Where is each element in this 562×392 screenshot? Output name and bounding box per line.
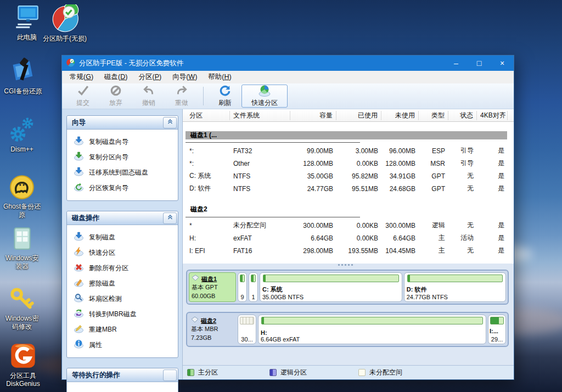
- toolbar-button-7[interactable]: 快速分区: [241, 85, 288, 108]
- table-cell: 是: [477, 184, 508, 193]
- menu-item-2[interactable]: 磁盘(D): [99, 71, 133, 83]
- table-row[interactable]: *:FAT3299.00MB3.00MB96.00MBESP引导是: [183, 144, 514, 157]
- table-cell: 95.82MB: [336, 172, 381, 180]
- column-header-1[interactable]: 分区: [186, 111, 230, 120]
- sidebar-item-label: 迁移系统到固态磁盘: [89, 168, 148, 177]
- sidebar-item[interactable]: 复制磁盘: [67, 229, 178, 245]
- toolbar-button-4: 重做: [165, 85, 198, 108]
- minimize-button[interactable]: –: [445, 55, 468, 71]
- table-cell: 0.00KB: [336, 160, 381, 167]
- column-header-5[interactable]: 未使用: [381, 111, 419, 120]
- table-cell: 逻辑: [419, 221, 448, 230]
- partition-block[interactable]: I:...29...: [488, 315, 506, 344]
- table-cell: 6.64GB: [290, 234, 336, 242]
- sidebar-item[interactable]: 快速分区: [67, 245, 178, 260]
- splitter[interactable]: [183, 264, 514, 266]
- partition-size: 24.77GB NTFS: [407, 294, 503, 300]
- partition-usage-bar: [263, 275, 399, 282]
- desktop: 此电脑分区助手(无损)CGI备份还原Dism++Ghost备份还原Windows…: [0, 0, 562, 392]
- table-row[interactable]: I: EFIFAT16298.00MB193.55MB104.45MB主无是: [183, 244, 514, 257]
- table-cell: 是: [477, 221, 508, 230]
- partition-block[interactable]: D: 软件24.77GB NTFS: [404, 272, 506, 302]
- column-header-4[interactable]: 已使用: [336, 111, 381, 120]
- sidebar-item[interactable]: 擦除磁盘: [67, 276, 178, 291]
- copy-disk-wizard-icon: [74, 136, 83, 147]
- disk-name: 磁盘2: [201, 317, 216, 325]
- close-button[interactable]: ×: [491, 55, 514, 71]
- desktop-icon-dism[interactable]: Dism++: [4, 116, 40, 154]
- table-cell: H:: [186, 234, 230, 242]
- menu-item-4[interactable]: 向导(W): [167, 71, 203, 83]
- disk-label[interactable]: 磁盘1基本 GPT60.00GB: [189, 272, 236, 302]
- table-row[interactable]: D: 软件NTFS24.77GB95.51MB24.68GBGPT无是: [183, 182, 514, 195]
- collapse-button[interactable]: [163, 369, 177, 381]
- titlebar[interactable]: 分区助手PE版 - 无损分区免费软件 – □ ×: [62, 55, 514, 71]
- disk-label[interactable]: 磁盘2基本 MBR7.23GB: [189, 315, 236, 344]
- partition-block[interactable]: 1: [249, 272, 258, 302]
- collapse-button[interactable]: [163, 212, 177, 224]
- sidebar-panel-header: 等待执行的操作: [67, 368, 178, 382]
- table-row[interactable]: *未分配空间300.00MB0.00KB300.00MB逻辑无是: [183, 219, 514, 232]
- disk-group-header[interactable]: 磁盘1 (...: [186, 131, 507, 139]
- partition-block[interactable]: 30...: [238, 315, 256, 344]
- sidebar-item[interactable]: 复制分区向导: [67, 149, 178, 165]
- desktop-icon-partition-assistant[interactable]: 分区助手(无损): [42, 4, 88, 43]
- column-header-3[interactable]: 容量: [290, 111, 336, 120]
- column-header-7[interactable]: 状态: [448, 111, 477, 120]
- sidebar-item-label: 复制磁盘向导: [89, 137, 128, 147]
- menubar: 常规(G)磁盘(D)分区(P)向导(W)帮助(H): [62, 71, 514, 83]
- sidebar-item[interactable]: 转换到MBR磁盘: [67, 306, 178, 322]
- desktop-icon-label: 分区助手(无损): [43, 35, 87, 43]
- partition-usage-bar: [490, 317, 504, 324]
- table-row[interactable]: C: 系统NTFS35.00GB95.82MB34.91GBGPT无是: [183, 170, 514, 182]
- desktop-icon-ghost-backup[interactable]: Ghost备份还原: [3, 173, 41, 219]
- table-cell: GPT: [419, 172, 448, 180]
- partition-name: H:: [261, 329, 484, 336]
- partition-size: 9: [239, 294, 245, 300]
- sidebar-item[interactable]: 属性: [67, 337, 178, 352]
- menu-item-1[interactable]: 常规(G): [64, 71, 99, 83]
- sidebar-item[interactable]: 删除所有分区: [67, 260, 178, 276]
- table-cell: 298.00MB: [290, 247, 336, 255]
- maximize-button[interactable]: □: [468, 55, 491, 71]
- table-cell: *: [186, 222, 230, 229]
- sidebar-item[interactable]: 坏扇区检测: [67, 291, 178, 306]
- disk-group-header[interactable]: 磁盘2: [183, 204, 514, 214]
- menu-item-5[interactable]: 帮助(H): [203, 71, 237, 83]
- desktop-icon-cgi-backup[interactable]: CGI备份还原: [1, 57, 45, 96]
- table-cell: 是: [477, 233, 508, 243]
- column-header-6[interactable]: 类型: [419, 111, 448, 120]
- table-cell: 无: [448, 246, 477, 255]
- column-header-8[interactable]: 4KB对齐: [477, 111, 508, 120]
- column-header-2[interactable]: 文件系统: [230, 111, 290, 120]
- computer-icon: [13, 4, 41, 33]
- sidebar-item[interactable]: 分区恢复向导: [67, 180, 178, 195]
- menu-item-3[interactable]: 分区(P): [133, 71, 167, 83]
- collapse-button[interactable]: [163, 117, 177, 128]
- table-cell: 6.64GB: [381, 234, 419, 242]
- disk-icon: [192, 275, 199, 283]
- table-cell: 无: [448, 221, 477, 230]
- toolbar-button-6[interactable]: 刷新: [209, 85, 241, 108]
- partition-block[interactable]: C: 系统35.00GB NTFS: [260, 272, 402, 302]
- desktop-icon-windows-password[interactable]: Windows密码修改: [3, 285, 41, 331]
- bad-sector-test-icon: [74, 293, 83, 304]
- table-cell: 主: [419, 233, 448, 243]
- sidebar-item[interactable]: 复制磁盘向导: [67, 134, 178, 149]
- table-cell: 300.00MB: [290, 222, 336, 229]
- sidebar-panel-title: 向导: [72, 118, 86, 127]
- table-row[interactable]: H:exFAT6.64GB0.00KB6.64GB主活动是: [183, 232, 514, 244]
- desktop-icon-windows-installer[interactable]: Windows安装器: [3, 225, 41, 271]
- partition-block[interactable]: 9: [238, 272, 247, 302]
- sidebar-item[interactable]: 重建MBR: [67, 322, 178, 337]
- properties-icon: [74, 339, 83, 350]
- toolbar-button-label: 提交: [76, 98, 89, 108]
- copy-partition-wizard-icon: [74, 152, 83, 163]
- table-header-row: 分区文件系统容量已使用未使用类型状态4KB对齐: [183, 109, 514, 122]
- legend-swatch-logical: [269, 369, 277, 376]
- table-row[interactable]: *:Other128.00MB0.00KB128.00MBMSR引导是: [183, 157, 514, 170]
- desktop-icon-diskgenius[interactable]: 分区工具 DiskGenius: [2, 341, 44, 388]
- password-key-icon: [8, 285, 36, 315]
- partition-block[interactable]: H:6.64GB exFAT: [258, 315, 486, 344]
- sidebar-item[interactable]: 迁移系统到固态磁盘: [67, 165, 178, 180]
